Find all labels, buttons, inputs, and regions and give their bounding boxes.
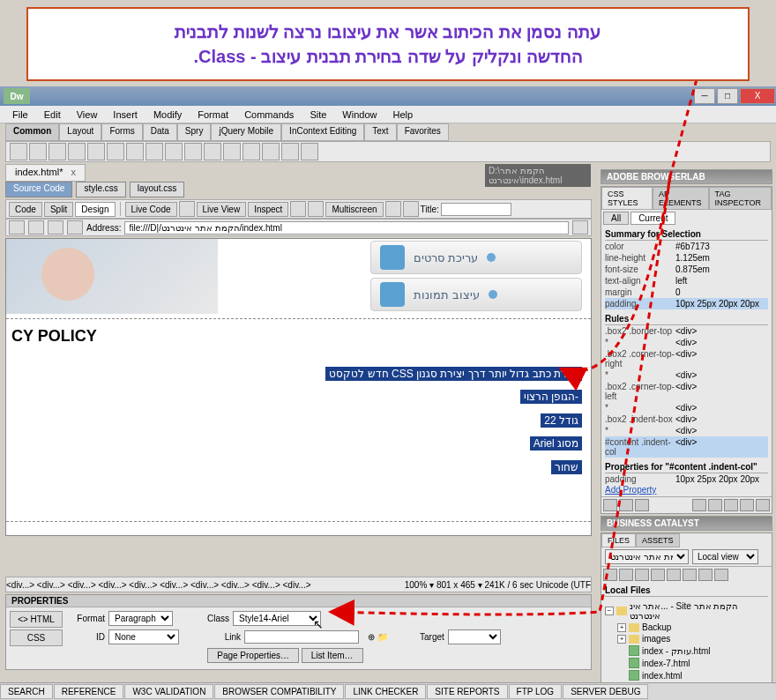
multiscreen-button[interactable]: Multiscreen xyxy=(325,202,383,217)
view-select[interactable]: Local view xyxy=(692,549,758,564)
files-tool-icon[interactable] xyxy=(651,569,665,581)
tree-root[interactable]: −אתר אינ... - Site הקמת אתר אינטרנט xyxy=(605,600,768,622)
menu-modify[interactable]: Modify xyxy=(146,108,189,122)
close-button[interactable]: X xyxy=(740,88,775,104)
src-tab-stylecss[interactable]: style.css xyxy=(76,182,125,197)
list-item-button[interactable]: List Item… xyxy=(302,648,363,663)
design-view[interactable]: עריכת סרטים עיצוב תמונות CY POLICY יצירת… xyxy=(5,238,592,536)
insert-tool-icon[interactable] xyxy=(223,143,241,160)
menu-format[interactable]: Format xyxy=(190,108,235,122)
menu-help[interactable]: Help xyxy=(385,108,420,122)
live-code-button[interactable]: Live Code xyxy=(125,202,177,217)
panel-tool-icon[interactable] xyxy=(724,499,738,511)
html-mode-button[interactable]: <> HTML xyxy=(10,611,63,628)
css-current-button[interactable]: Current xyxy=(630,212,675,225)
title-input[interactable] xyxy=(441,203,511,216)
back-icon[interactable] xyxy=(9,220,25,235)
tree-folder[interactable]: +images xyxy=(605,633,768,644)
insert-tool-icon[interactable] xyxy=(242,143,260,160)
css-all-button[interactable]: All xyxy=(603,212,629,225)
insert-tool-icon[interactable] xyxy=(301,143,318,160)
insert-tab-forms[interactable]: Forms xyxy=(101,123,142,141)
view-split-button[interactable]: Split xyxy=(44,202,73,217)
insert-tool-icon[interactable] xyxy=(184,143,202,160)
insert-tab-favorites[interactable]: Favorites xyxy=(397,123,449,141)
status-tab-browser-compat[interactable]: BROWSER COMPATIBILITY xyxy=(214,684,344,699)
menu-window[interactable]: Window xyxy=(335,108,384,122)
selected-text-block[interactable]: יצירת כתב גדול יותר דרך יצירת סגנון CSS … xyxy=(15,362,582,479)
toolbar-icon[interactable] xyxy=(179,201,195,217)
panel-title[interactable]: BUSINESS CATALYST xyxy=(601,517,772,530)
insert-tool-icon[interactable] xyxy=(68,143,86,160)
status-tab-link-checker[interactable]: LINK CHECKER xyxy=(345,684,426,699)
insert-tab-common[interactable]: Common xyxy=(5,123,59,141)
toolbar-icon[interactable] xyxy=(308,201,324,217)
insert-tool-icon[interactable] xyxy=(262,143,280,160)
files-tool-icon[interactable] xyxy=(635,569,649,581)
tree-file[interactable]: index - עותק.html xyxy=(605,644,768,657)
toolbar-icon[interactable] xyxy=(290,201,306,217)
files-tool-icon[interactable] xyxy=(603,569,617,581)
files-tool-icon[interactable] xyxy=(667,569,681,581)
target-select[interactable] xyxy=(448,629,501,644)
insert-tool-icon[interactable] xyxy=(126,143,144,160)
panel-tool-icon[interactable] xyxy=(619,499,633,511)
panel-title[interactable]: ADOBE BROWSERLAB xyxy=(601,170,772,183)
tab-tag-inspector[interactable]: TAG INSPECTOR xyxy=(709,187,772,210)
insert-tool-icon[interactable] xyxy=(204,143,221,160)
nav-item[interactable]: עיצוב תמונות xyxy=(370,278,582,311)
insert-tool-icon[interactable] xyxy=(48,143,66,160)
insert-tool-icon[interactable] xyxy=(281,143,299,160)
tree-file[interactable]: index-7.html xyxy=(605,657,768,669)
add-property-link[interactable]: Add Property xyxy=(605,485,768,495)
panel-tool-icon[interactable] xyxy=(635,499,649,511)
status-tab-ftp[interactable]: FTP LOG xyxy=(509,684,563,699)
page-properties-button[interactable]: Page Properties… xyxy=(207,648,299,663)
tree-folder[interactable]: +Backup xyxy=(605,622,768,633)
tag-path[interactable]: <div...> <div...> <div...> <div...> <div… xyxy=(6,580,405,590)
insert-tab-jquery[interactable]: jQuery Mobile xyxy=(211,123,281,141)
insert-tool-icon[interactable] xyxy=(10,143,27,160)
view-code-button[interactable]: Code xyxy=(9,202,42,217)
panel-tool-icon[interactable] xyxy=(740,499,754,511)
doc-tab-close-icon[interactable]: x xyxy=(71,167,76,177)
panel-tool-icon[interactable] xyxy=(603,499,617,511)
addr-icon[interactable] xyxy=(572,220,588,235)
menu-insert[interactable]: Insert xyxy=(106,108,145,122)
tab-ap-elements[interactable]: AP ELEMENTS xyxy=(653,187,709,210)
insert-tool-icon[interactable] xyxy=(165,143,183,160)
panel-tool-icon[interactable] xyxy=(708,499,722,511)
class-select[interactable]: Style14-Ariel xyxy=(233,611,321,626)
status-tab-search[interactable]: SEARCH xyxy=(0,684,53,699)
toolbar-icon[interactable] xyxy=(385,201,401,217)
nav-item[interactable]: עריכת סרטים xyxy=(370,241,582,274)
link-input[interactable] xyxy=(244,630,359,644)
id-select[interactable]: None xyxy=(108,629,179,644)
status-tab-server-debug[interactable]: SERVER DEBUG xyxy=(563,684,648,699)
insert-tab-text[interactable]: Text xyxy=(364,123,396,141)
insert-tool-icon[interactable] xyxy=(87,143,105,160)
tree-file[interactable]: index.html xyxy=(605,669,768,681)
tab-files[interactable]: FILES xyxy=(601,533,636,547)
files-tool-icon[interactable] xyxy=(683,569,697,581)
insert-tab-spry[interactable]: Spry xyxy=(177,123,212,141)
css-mode-button[interactable]: CSS xyxy=(10,629,63,646)
status-tab-site-reports[interactable]: SITE REPORTS xyxy=(427,684,507,699)
menu-commands[interactable]: Commands xyxy=(237,108,301,122)
files-tool-icon[interactable] xyxy=(698,569,713,581)
live-view-button[interactable]: Live View xyxy=(197,202,247,217)
view-design-button[interactable]: Design xyxy=(75,202,115,217)
toolbar-icon[interactable] xyxy=(403,201,419,217)
minimize-button[interactable]: ─ xyxy=(694,88,715,104)
maximize-button[interactable]: □ xyxy=(717,88,738,104)
menu-edit[interactable]: Edit xyxy=(37,108,68,122)
src-tab-layoutcss[interactable]: layout.css xyxy=(130,182,184,197)
files-tool-icon[interactable] xyxy=(619,569,633,581)
inspect-button[interactable]: Inspect xyxy=(248,202,288,217)
forward-icon[interactable] xyxy=(28,220,44,235)
insert-tab-data[interactable]: Data xyxy=(143,123,177,141)
format-select[interactable]: Paragraph xyxy=(108,611,173,626)
document-tab-index[interactable]: index.html* x xyxy=(5,164,86,182)
trash-icon[interactable] xyxy=(756,499,770,511)
menu-site[interactable]: Site xyxy=(302,108,333,122)
